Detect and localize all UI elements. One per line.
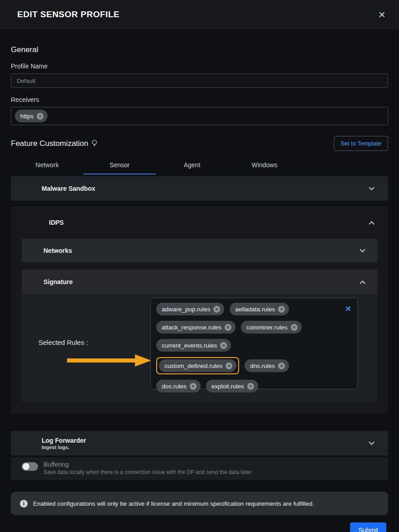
remove-icon[interactable]: × [226,363,232,369]
receiver-chip: https × [15,110,48,122]
remove-icon[interactable]: × [291,324,298,331]
signature-content: Selected Rules : × adware_pup.rules × ae… [22,294,377,402]
rule-chip: coinminer.rules × [241,321,302,334]
signature-label: Signature [43,278,73,285]
info-icon: i [20,500,28,508]
modal-title: EDIT SENSOR PROFILE [17,10,120,19]
signature-section: Signature Selected Rules : × adware_pup.… [22,270,377,402]
remove-icon[interactable]: × [37,113,43,120]
clear-selection-icon[interactable]: × [346,304,351,313]
accordion-malware-sandbox[interactable]: Malware Sandbox [11,176,388,201]
orange-arrow-icon [67,351,151,369]
set-to-template-button[interactable]: Set to Template [334,136,388,151]
modal-header: EDIT SENSOR PROFILE × [0,0,399,29]
remove-icon[interactable]: × [213,306,220,313]
remove-icon[interactable]: × [225,324,231,331]
chevron-down-icon [369,184,375,190]
tab-windows[interactable]: Windows [228,155,301,174]
rule-chip: aelladata.rules × [230,303,289,315]
info-text: Enabled configurations will only be acti… [33,500,314,507]
buffering-label: Buffering [43,461,252,468]
profile-name-label: Profile Name [11,63,388,70]
buffering-toggle[interactable] [22,462,38,471]
networks-label: Networks [43,247,72,254]
selected-rules-multiselect[interactable]: × adware_pup.rules × aelladata.rules × [150,298,358,389]
profile-name-input[interactable] [11,73,388,88]
selected-rules-label: Selected Rules : [38,339,88,346]
accordion-networks[interactable]: Networks [22,239,377,262]
receivers-label: Receivers [11,96,388,103]
chevron-up-icon [360,280,365,286]
modal-body: General Profile Name Receivers https × F… [0,29,399,532]
rule-chip: dns.rules × [245,359,289,372]
idps-label: IDPS [49,219,64,226]
remove-icon[interactable]: × [278,306,285,313]
chevron-down-icon [369,439,375,445]
info-bar: i Enabled configurations will only be ac… [11,492,388,515]
accordion-idps[interactable]: IDPS [11,206,388,239]
remove-icon[interactable]: × [190,383,197,390]
accordion-log-forwarder[interactable]: Log Forwarder Ingest logs. [11,431,388,455]
log-forwarder-label: Log Forwarder [42,437,86,444]
chevron-up-icon [369,221,375,227]
buffering-description: Save data locally when there is a connec… [43,469,252,475]
remove-icon[interactable]: × [278,363,285,369]
tab-agent[interactable]: Agent [156,155,228,174]
rule-chip: current_events.rules × [156,339,231,352]
close-icon[interactable]: × [379,9,385,20]
rule-chip: exploit.rules × [206,380,258,392]
rule-chip-highlighted: custom_defined.rules × [159,359,236,372]
submit-button[interactable]: Submit [350,522,386,532]
tab-sensor[interactable]: Sensor [83,155,156,174]
remove-icon[interactable]: × [247,383,254,390]
buffering-row: Buffering Save data locally when there i… [11,457,388,480]
chevron-down-icon [360,247,365,252]
highlight-box: custom_defined.rules × [156,357,239,374]
idps-panel: IDPS Networks Signature Selected Rules :… [11,206,388,414]
tab-network[interactable]: Network [11,155,83,174]
rule-chip: adware_pup.rules × [156,303,224,315]
general-heading: General [11,45,388,54]
accordion-signature[interactable]: Signature [22,270,377,294]
feature-tabs: Network Sensor Agent Windows [11,155,388,174]
rule-chip: attack_response.rules × [156,321,236,334]
receivers-field[interactable]: https × [11,107,388,125]
malware-sandbox-label: Malware Sandbox [42,185,95,192]
lightbulb-icon [91,140,97,148]
receiver-chip-label: https [20,113,34,120]
feature-customization-heading: Feature Customization [11,139,88,148]
remove-icon[interactable]: × [220,342,227,349]
rule-chip: dos.rules × [156,380,201,392]
log-forwarder-sublabel: Ingest logs. [42,445,86,450]
